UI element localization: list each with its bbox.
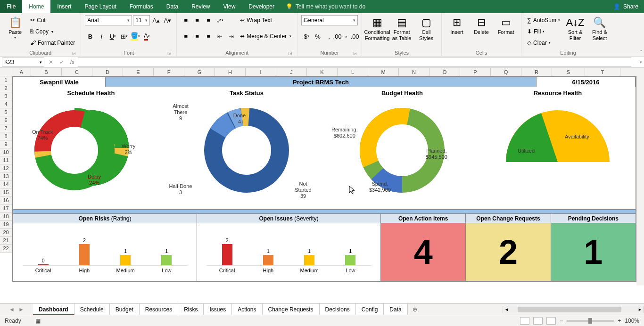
row-header[interactable]: 21 (0, 236, 12, 244)
sheet-tab[interactable]: Issues (204, 304, 232, 315)
delete-cells-button[interactable]: ⊟Delete (470, 15, 493, 36)
zoom-level[interactable]: 100% (625, 318, 639, 324)
zoom-slider[interactable] (567, 320, 614, 322)
expand-formula-bar[interactable]: ▾ (640, 60, 642, 65)
align-top-button[interactable]: ≡ (181, 15, 191, 25)
fill-button[interactable]: ⬇Fill▾ (525, 26, 562, 37)
vertical-scrollbar[interactable] (636, 68, 644, 285)
column-header[interactable]: B (31, 68, 62, 76)
zoom-in-button[interactable]: + (618, 318, 621, 324)
align-bottom-button[interactable]: ≡ (203, 15, 214, 25)
wrap-text-button[interactable]: ↩Wrap Text (238, 15, 293, 25)
border-button[interactable]: ⊞▾ (119, 31, 129, 41)
row-header[interactable]: 12 (0, 164, 12, 172)
column-header[interactable]: S (552, 68, 585, 76)
decrease-decimal-button[interactable]: ←.00 (347, 31, 357, 41)
tab-file[interactable]: File (0, 0, 22, 13)
sheet-tab[interactable]: Schedule (74, 304, 110, 315)
launcher-icon[interactable]: ◲ (288, 51, 292, 56)
percent-button[interactable]: % (313, 31, 323, 41)
tab-developer[interactable]: Developer (242, 0, 281, 13)
align-center-button[interactable]: ≡ (192, 31, 202, 41)
column-header[interactable]: D (92, 68, 123, 76)
sheet-tab[interactable]: Actions (232, 304, 262, 315)
row-header[interactable]: 13 (0, 172, 12, 180)
accounting-button[interactable]: $▾ (301, 31, 312, 41)
tell-me-search[interactable]: 💡 Tell me what you want to do (286, 3, 365, 10)
column-header[interactable]: T (585, 68, 620, 76)
formula-input[interactable] (78, 57, 631, 67)
decrease-indent-button[interactable]: ⇤ (215, 31, 225, 41)
column-header[interactable]: G (184, 68, 215, 76)
sheet-tab[interactable]: Config (356, 304, 384, 315)
column-header[interactable]: E (123, 68, 154, 76)
row-header[interactable]: 7 (0, 124, 12, 132)
column-header[interactable]: K (307, 68, 338, 76)
column-header[interactable]: F (154, 68, 184, 76)
tab-view[interactable]: View (217, 0, 242, 13)
sheet-tab[interactable]: Budget (110, 304, 140, 315)
align-middle-button[interactable]: ≡ (192, 15, 202, 25)
sheet-tab[interactable]: Change Requests (263, 304, 320, 315)
row-header[interactable]: 18 (0, 212, 12, 220)
tab-page-layout[interactable]: Page Layout (78, 0, 123, 13)
column-header[interactable]: O (429, 68, 460, 76)
tab-review[interactable]: Review (185, 0, 216, 13)
cut-button[interactable]: ✂Cut (28, 15, 77, 25)
collapse-ribbon-button[interactable]: ˆ (640, 49, 642, 55)
cancel-icon[interactable]: ✕ (46, 59, 56, 65)
column-header[interactable]: N (399, 68, 429, 76)
sheet-tab[interactable]: Risks (178, 304, 204, 315)
number-format-combo[interactable]: General▾ (301, 15, 358, 25)
enter-icon[interactable]: ✓ (57, 59, 66, 65)
increase-font-button[interactable]: A▴ (151, 15, 161, 25)
grid[interactable]: ABCDEFGHIJKLMNOPQRST 1234567891011121314… (0, 68, 636, 285)
decrease-font-button[interactable]: A▾ (162, 15, 173, 25)
row-header[interactable]: 3 (0, 92, 12, 100)
column-header[interactable]: J (276, 68, 307, 76)
italic-button[interactable]: I (96, 31, 107, 41)
conditional-formatting-button[interactable]: ▦Conditional Formatting (366, 15, 388, 42)
name-box[interactable]: K23▾ (2, 57, 44, 67)
paste-button[interactable]: 📋 Paste ▾ (4, 15, 26, 41)
macro-icon[interactable]: ▦ (35, 318, 41, 324)
tab-data[interactable]: Data (160, 0, 185, 13)
row-header[interactable]: 22 (0, 244, 12, 253)
row-header[interactable]: 4 (0, 100, 12, 108)
format-cells-button[interactable]: ▭Format (495, 15, 517, 36)
sheet-tab[interactable]: Decisions (320, 304, 356, 315)
format-painter-button[interactable]: 🖌Format Painter (28, 38, 77, 48)
column-header[interactable]: L (338, 68, 368, 76)
column-header[interactable]: C (62, 68, 92, 76)
select-all-corner[interactable] (0, 68, 12, 76)
launcher-icon[interactable]: ◲ (72, 51, 76, 56)
row-header[interactable]: 16 (0, 196, 12, 204)
share-button[interactable]: 👤 Share (608, 3, 644, 10)
column-header[interactable]: P (460, 68, 491, 76)
row-header[interactable]: 11 (0, 156, 12, 164)
orientation-button[interactable]: ⤢▾ (215, 15, 225, 25)
sheet-tab[interactable]: Data (384, 304, 407, 315)
row-header[interactable]: 6 (0, 116, 12, 124)
fill-color-button[interactable]: 🪣▾ (130, 31, 140, 41)
bold-button[interactable]: B (85, 31, 95, 41)
sheet-tab[interactable]: Resources (140, 304, 178, 315)
sheet-tab[interactable]: Dashboard (33, 304, 74, 315)
autosum-button[interactable]: ∑AutoSum▾ (525, 15, 562, 25)
horizontal-scrollbar[interactable]: ◄► (503, 306, 644, 313)
row-header[interactable]: 5 (0, 108, 12, 116)
row-header[interactable]: 15 (0, 188, 12, 196)
merge-center-button[interactable]: ⬌Merge & Center▾ (238, 31, 293, 41)
zoom-out-button[interactable]: − (560, 318, 563, 324)
column-header[interactable]: M (368, 68, 399, 76)
underline-button[interactable]: U▾ (107, 31, 118, 41)
launcher-icon[interactable]: ◲ (167, 51, 172, 56)
next-sheet-icon[interactable]: ► (18, 306, 24, 313)
page-break-view-button[interactable] (546, 317, 556, 325)
row-header[interactable]: 19 (0, 220, 12, 228)
row-header[interactable]: 8 (0, 132, 12, 140)
copy-button[interactable]: ⎘Copy▾ (28, 26, 77, 37)
column-header[interactable]: Q (491, 68, 521, 76)
column-header[interactable]: H (215, 68, 246, 76)
column-header[interactable]: R (521, 68, 552, 76)
